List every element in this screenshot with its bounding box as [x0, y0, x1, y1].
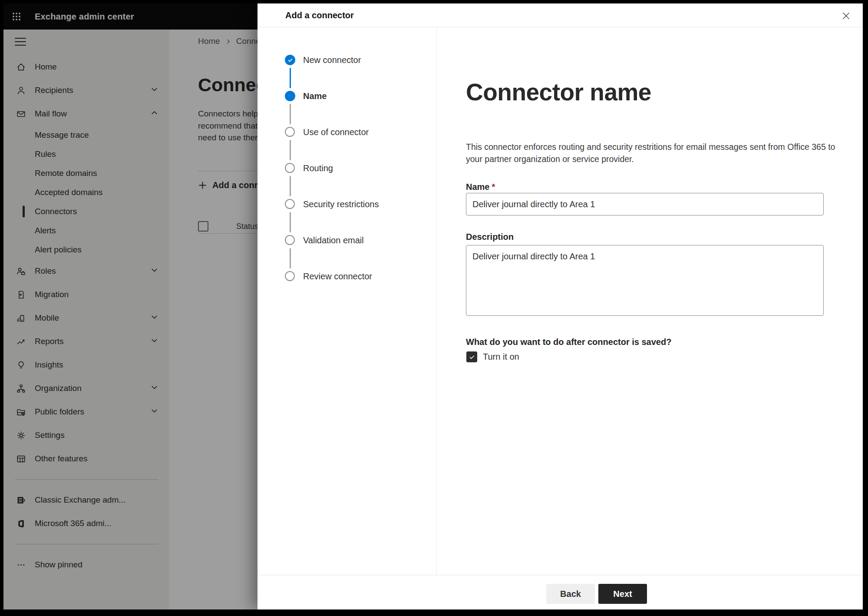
screen: Exchange admin center Home Recipients Ma…	[3, 3, 863, 609]
turn-it-on-label: Turn it on	[483, 352, 519, 362]
step-connector-line	[290, 248, 291, 268]
step-circle-done[interactable]	[285, 55, 295, 65]
after-save-question: What do you want to do after connector i…	[466, 337, 671, 347]
content-description: This connector enforces routing and secu…	[466, 141, 839, 165]
wizard-stepper: New connector Name Use of connector Rout…	[257, 28, 437, 575]
add-connector-dialog: Add a connector New connector Name Use o…	[257, 3, 863, 609]
content-heading: Connector name	[466, 78, 651, 106]
step-review-connector[interactable]: Review connector	[303, 272, 372, 282]
required-asterisk: *	[492, 182, 495, 192]
step-connector-line	[290, 176, 291, 196]
check-icon	[287, 57, 294, 63]
turn-it-on-checkbox[interactable]	[466, 351, 477, 362]
step-connector-line	[290, 212, 291, 232]
step-connector-line	[290, 104, 291, 124]
step-connector-line	[290, 140, 291, 160]
dialog-footer: Back Next	[257, 575, 863, 609]
dialog-title: Add a connector	[285, 3, 354, 27]
step-circle-current[interactable]	[285, 91, 295, 101]
description-textarea[interactable]: Deliver journal directly to Area 1	[466, 245, 824, 316]
turn-it-on-checkbox-row[interactable]: Turn it on	[466, 351, 519, 362]
step-circle-todo[interactable]	[285, 127, 295, 137]
step-circle-todo[interactable]	[285, 199, 295, 209]
wizard-content: Connector name This connector enforces r…	[437, 28, 863, 575]
step-routing[interactable]: Routing	[303, 163, 333, 173]
check-icon	[469, 354, 475, 361]
step-circle-todo[interactable]	[285, 271, 295, 281]
step-security-restrictions[interactable]: Security restrictions	[303, 199, 379, 209]
step-connector-line	[290, 68, 291, 88]
name-label: Name*	[466, 182, 495, 192]
step-circle-todo[interactable]	[285, 235, 295, 245]
description-label: Description	[466, 232, 514, 242]
back-button[interactable]: Back	[546, 584, 595, 604]
dialog-header: Add a connector	[257, 3, 863, 27]
step-name[interactable]: Name	[303, 91, 327, 101]
close-icon	[842, 11, 851, 20]
next-button[interactable]: Next	[598, 584, 647, 604]
step-new-connector[interactable]: New connector	[303, 55, 361, 65]
close-button[interactable]	[840, 10, 851, 21]
step-validation-email[interactable]: Validation email	[303, 235, 364, 245]
step-circle-todo[interactable]	[285, 163, 295, 173]
step-use-of-connector[interactable]: Use of connector	[303, 127, 369, 137]
name-input[interactable]	[466, 193, 824, 215]
